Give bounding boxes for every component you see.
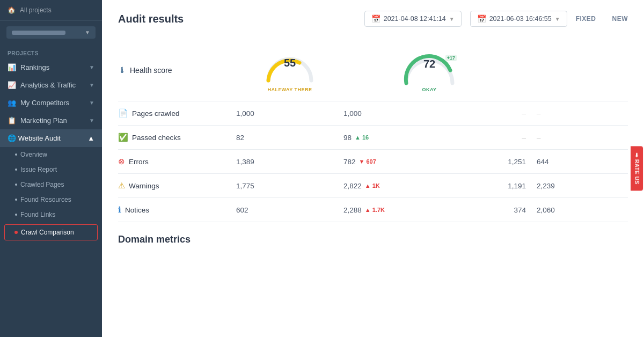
- score-col-2: +17 72 OKAY: [376, 48, 483, 92]
- date-1-value: 2021-04-08 12:41:14: [384, 15, 446, 23]
- sidebar-item-analytics[interactable]: 📈 Analytics & Traffic ▼: [0, 76, 102, 94]
- errors-label: Errors: [129, 158, 149, 166]
- passed-checks-fixed: –: [483, 134, 537, 142]
- warnings-val1: 1,775: [236, 182, 343, 190]
- thermometer-icon: 🌡: [118, 65, 127, 75]
- errors-icon: ⊗: [118, 157, 125, 166]
- health-score-row: 🌡 Health score 55 HALFWAY THERE: [118, 40, 628, 101]
- passed-checks-val1: 82: [236, 134, 343, 142]
- website-audit-icon: 🌐: [8, 134, 16, 142]
- all-projects-label: All projects: [20, 6, 52, 14]
- page-title: Audit results: [118, 13, 184, 25]
- score-1-sub: HALFWAY THERE: [267, 87, 312, 92]
- marketing-label: Marketing Plan: [20, 116, 67, 124]
- rankings-icon: 📊: [8, 63, 16, 71]
- passed-checks-label: Passed checks: [132, 134, 181, 142]
- chevron-icon: ▼: [89, 100, 94, 106]
- active-dot-icon: [14, 231, 18, 234]
- warnings-label: Warnings: [129, 182, 159, 190]
- errors-fixed: 1,251: [483, 158, 537, 166]
- found-links-label: Found Links: [20, 211, 55, 218]
- errors-val1: 1,389: [236, 158, 343, 166]
- passed-checks-icon: ✅: [118, 133, 128, 142]
- dot-icon: [15, 184, 17, 186]
- table-row-errors: ⊗ Errors 1,389 782 ▼ 607 1,251 644: [118, 150, 628, 174]
- download-icon: ⬇: [634, 152, 639, 158]
- passed-checks-delta: ▲ 16: [355, 134, 369, 141]
- warnings-fixed: 1,191: [483, 182, 537, 190]
- new-label: NEW: [612, 15, 628, 23]
- chevron-down-icon: ▼: [85, 30, 90, 35]
- sidebar-item-website-audit[interactable]: 🌐 Website Audit ▲: [0, 129, 102, 147]
- passed-checks-new: –: [537, 134, 541, 142]
- main-content: Audit results 📅 2021-04-08 12:41:14 ▼ 📅 …: [102, 0, 644, 337]
- analytics-label: Analytics & Traffic: [20, 81, 76, 89]
- chevron-down-icon: ▼: [555, 16, 560, 22]
- table-row-notices: ℹ Notices 602 2,288 ▲ 1.7K 374 2,060: [118, 198, 628, 222]
- found-resources-label: Found Resources: [20, 196, 71, 203]
- crawl-comparison-label: Crawl Comparison: [21, 229, 74, 236]
- sidebar-sub-item-crawl-comparison[interactable]: Crawl Comparison: [4, 224, 98, 240]
- audit-header: Audit results 📅 2021-04-08 12:41:14 ▼ 📅 …: [118, 11, 628, 27]
- warnings-icon: ⚠: [118, 181, 125, 191]
- notices-val1: 602: [236, 206, 343, 214]
- notices-delta: ▲ 1.7K: [365, 207, 385, 213]
- sidebar-item-marketing[interactable]: 📋 Marketing Plan ▼: [0, 112, 102, 129]
- sidebar-sub-item-crawled-pages[interactable]: Crawled Pages: [0, 177, 102, 192]
- project-selector[interactable]: ▼: [6, 26, 96, 39]
- passed-checks-val2: 98: [343, 134, 352, 142]
- dot-icon: [15, 199, 17, 201]
- errors-delta: ▼ 607: [359, 158, 376, 165]
- sidebar-sub-item-found-links[interactable]: Found Links: [0, 207, 102, 222]
- score-2-delta: +17: [445, 55, 457, 61]
- chevron-icon: ▼: [89, 64, 94, 70]
- gauge-1: 55: [263, 48, 317, 86]
- warnings-new: 2,239: [537, 182, 555, 190]
- overview-label: Overview: [20, 151, 47, 158]
- table-row-pages-crawled: 📄 Pages crawled 1,000 1,000 – –: [118, 101, 628, 126]
- errors-new: 644: [537, 158, 549, 166]
- sidebar-item-rankings[interactable]: 📊 Rankings ▼: [0, 58, 102, 76]
- pages-crawled-fixed: –: [483, 109, 537, 118]
- chevron-icon: ▼: [89, 82, 94, 88]
- warnings-val2: 2,822: [343, 182, 362, 190]
- sidebar-sub-item-overview[interactable]: Overview: [0, 147, 102, 162]
- fixed-new-labels: FIXED NEW: [576, 15, 628, 23]
- sidebar-sub-item-issue-report[interactable]: Issue Report: [0, 162, 102, 177]
- chevron-up-icon: ▲: [87, 134, 94, 142]
- table-row-warnings: ⚠ Warnings 1,775 2,822 ▲ 1K 1,191 2,239: [118, 174, 628, 198]
- health-score-text: Health score: [130, 66, 172, 75]
- notices-new: 2,060: [537, 206, 555, 214]
- rate-us-button[interactable]: ⬇ RATE US: [631, 146, 643, 191]
- rankings-label: Rankings: [20, 63, 49, 71]
- pages-crawled-new: –: [537, 109, 541, 118]
- sidebar-sub-item-found-resources[interactable]: Found Resources: [0, 192, 102, 207]
- notices-val2: 2,288: [343, 206, 362, 214]
- table-row-passed-checks: ✅ Passed checks 82 98 ▲ 16 – –: [118, 126, 628, 150]
- dot-icon: [15, 214, 17, 216]
- notices-icon: ℹ: [118, 205, 121, 215]
- sidebar: 🏠 All projects ▼ PROJECTS 📊 Rankings ▼ 📈…: [0, 0, 102, 337]
- home-icon: 🏠: [8, 6, 16, 14]
- projects-section-label: PROJECTS: [0, 44, 102, 58]
- notices-fixed: 374: [483, 206, 537, 214]
- website-audit-label: Website Audit: [18, 134, 61, 142]
- pages-crawled-label: Pages crawled: [132, 109, 180, 118]
- sidebar-header: 🏠 All projects: [0, 0, 102, 21]
- chevron-down-icon: ▼: [449, 16, 455, 22]
- date-picker-2[interactable]: 📅 2021-06-03 16:46:55 ▼: [470, 11, 567, 27]
- date-picker-1[interactable]: 📅 2021-04-08 12:41:14 ▼: [364, 11, 462, 27]
- dot-icon: [15, 169, 17, 171]
- marketing-icon: 📋: [8, 116, 16, 124]
- pages-crawled-val1: 1,000: [236, 109, 343, 118]
- warnings-delta: ▲ 1K: [365, 182, 380, 189]
- domain-metrics-title: Domain metrics: [118, 234, 628, 245]
- chevron-icon: ▼: [89, 118, 94, 123]
- rate-us-label: RATE US: [634, 159, 640, 185]
- score-col-1: 55 HALFWAY THERE: [236, 48, 343, 92]
- sidebar-item-competitors[interactable]: 👥 My Competitors ▼: [0, 94, 102, 112]
- pages-crawled-icon: 📄: [118, 108, 128, 118]
- calendar-icon-1: 📅: [371, 14, 380, 23]
- crawled-pages-label: Crawled Pages: [20, 181, 64, 188]
- errors-val2: 782: [343, 158, 356, 166]
